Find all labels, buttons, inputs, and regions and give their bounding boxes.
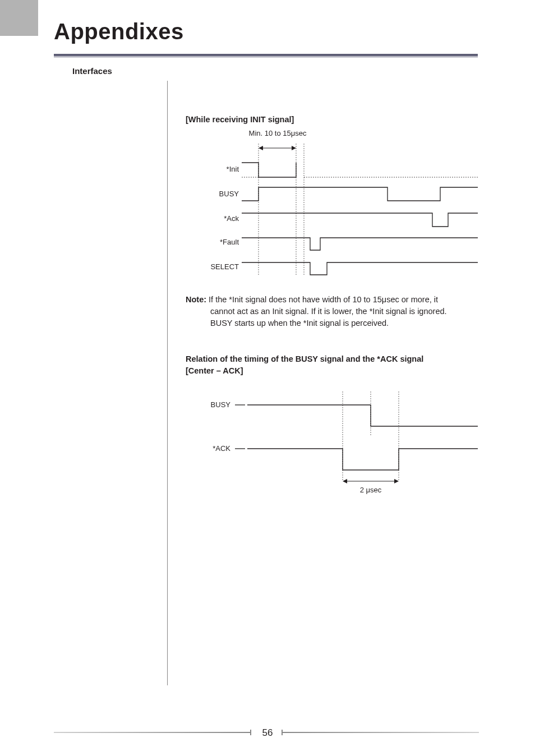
title-rule-thin [54, 57, 478, 57]
svg-marker-14 [343, 479, 347, 483]
title-rule-thick [54, 54, 478, 56]
signal-label-fault: *Fault [220, 238, 239, 246]
signal-label-busy: BUSY [219, 190, 239, 198]
diagram2-title-line1: Relation of the timing of the BUSY signa… [186, 354, 423, 363]
note-line1: If the *Init signal does not have width … [209, 295, 438, 304]
page-title: Appendixes [54, 19, 184, 44]
note-text: Note: If the *Init signal does not have … [186, 294, 478, 329]
signal-label-ack: *Ack [224, 214, 239, 223]
page-footer: 56 [0, 726, 535, 739]
note-line3: BUSY starts up when the *Init signal is … [186, 317, 478, 329]
signal-label-init: *Init [227, 165, 239, 173]
diagram2-title-line2: [Center – ACK] [186, 366, 243, 375]
page-number: 56 [0, 727, 535, 739]
column-divider [167, 81, 168, 685]
footer-rule-right [283, 732, 479, 733]
timing-diagram-init: Min. 10 to 15μsec *Init BUSY *Ack *Fault… [186, 128, 478, 278]
note-tag: Note: [186, 295, 206, 304]
timing-label-1: Min. 10 to 15μsec [249, 129, 307, 137]
signal-label-select: SELECT [210, 262, 239, 271]
note-line2: cannot act as an Init signal. If it is l… [186, 306, 478, 317]
timing-diagram-busy-ack: BUSY *ACK 2 μsec [186, 381, 478, 505]
timing-label-2: 2 μsec [360, 486, 382, 494]
signal2-busy: BUSY [211, 400, 231, 409]
svg-marker-15 [394, 479, 399, 483]
diagram1-title: [While receiving INIT signal] [186, 115, 294, 124]
left-tab-decoration [0, 0, 38, 36]
svg-marker-5 [292, 146, 296, 150]
diagram2-title: Relation of the timing of the BUSY signa… [186, 353, 478, 377]
signal2-ack: *ACK [213, 444, 230, 453]
svg-marker-4 [259, 146, 263, 150]
section-label: Interfaces [72, 66, 112, 76]
